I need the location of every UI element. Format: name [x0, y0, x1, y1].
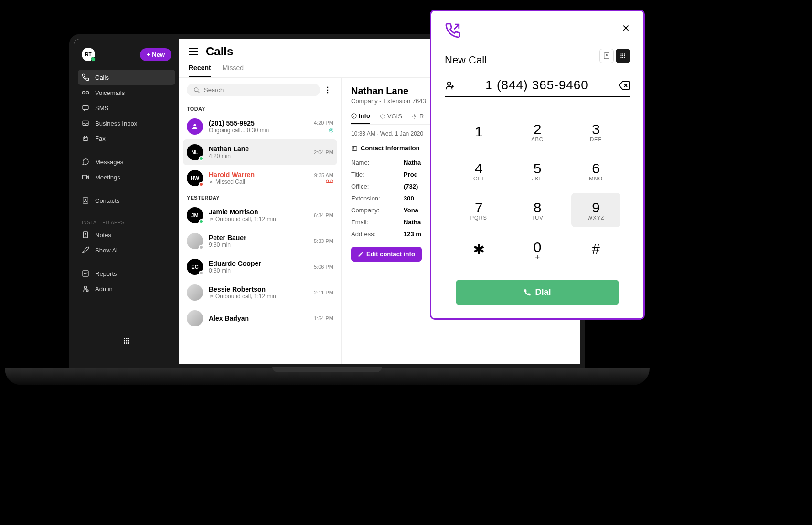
keypad-key-0[interactable]: 0+	[513, 232, 562, 266]
call-list: ⋮ TODAY(201) 555-9925Ongoing call... 0:3…	[179, 78, 342, 364]
sidebar-item-reports[interactable]: Reports	[74, 266, 179, 281]
svg-point-48	[624, 53, 625, 54]
more-icon[interactable]: ⋮	[324, 85, 333, 94]
keypad-key-✱[interactable]: ✱	[454, 232, 503, 266]
keypad-key-4[interactable]: 4GHI	[454, 154, 503, 188]
key-digit: 6	[592, 160, 600, 177]
svg-line-43	[454, 24, 459, 29]
field-value: Vona	[404, 207, 418, 214]
call-time: 9:35 AM	[314, 172, 333, 184]
edit-button-label: Edit contact info	[366, 251, 415, 258]
call-name: Harold Warren	[209, 171, 309, 178]
dialpad-toggle-icon[interactable]	[120, 334, 133, 347]
hamburger-icon[interactable]	[189, 48, 198, 55]
contact-card-icon	[351, 145, 358, 152]
svg-point-47	[622, 53, 623, 54]
dial-number[interactable]: 1 (844) 365-9460	[463, 78, 611, 93]
keypad-key-6[interactable]: 6MNO	[571, 154, 620, 188]
call-item[interactable]: ECEduardo Cooper0:30 min5:06 PM	[179, 254, 341, 280]
detail-tab-vgis[interactable]: VGIS	[380, 112, 402, 124]
sidebar-item-sms[interactable]: SMS	[74, 100, 179, 116]
field-label: Company:	[351, 207, 404, 214]
avatar	[187, 233, 203, 249]
tab-recent[interactable]: Recent	[189, 64, 211, 77]
tab-icon	[412, 114, 417, 119]
svg-point-19	[124, 338, 125, 339]
search-field[interactable]	[204, 86, 313, 94]
group-label: TODAY	[179, 102, 341, 114]
svg-point-1	[86, 91, 88, 94]
keypad-key-3[interactable]: 3DEF	[571, 115, 620, 149]
key-digit: 7	[475, 200, 483, 216]
call-item[interactable]: Bessie Robertson Outbound call, 1:12 min…	[179, 280, 341, 305]
call-item[interactable]: Peter Bauer9:30 min5:33 PM	[179, 228, 341, 254]
sidebar-item-messages[interactable]: Messages	[74, 154, 179, 169]
svg-point-23	[126, 340, 128, 342]
avatar	[187, 310, 203, 326]
call-name: (201) 555-9925	[209, 119, 308, 127]
svg-point-25	[124, 342, 125, 344]
sidebar-item-show-all[interactable]: Show All	[74, 242, 179, 258]
svg-point-27	[128, 342, 129, 344]
key-digit: 2	[534, 121, 542, 137]
field-label: Title:	[351, 171, 404, 178]
keypad-toggle[interactable]	[616, 49, 630, 63]
call-item[interactable]: NLNathan Lane4:20 min2:04 PM	[183, 139, 337, 165]
call-item[interactable]: JMJamie Morrison Outbound call, 1:12 min…	[179, 202, 341, 228]
keypad-key-7[interactable]: 7PQRS	[454, 193, 503, 227]
call-sub: Missed Call	[209, 178, 309, 185]
sidebar-item-admin[interactable]: Admin	[74, 281, 179, 296]
new-button[interactable]: + New	[140, 48, 171, 61]
sidebar-item-calls[interactable]: Calls	[78, 70, 175, 85]
call-item[interactable]: (201) 555-9925Ongoing call... 0:30 min4:…	[179, 114, 341, 139]
backspace-icon[interactable]	[619, 80, 630, 91]
sidebar-item-meetings[interactable]: Meetings	[74, 169, 179, 185]
search-input[interactable]	[187, 84, 320, 96]
svg-point-49	[620, 55, 621, 56]
call-sub: Outbound call, 1:12 min	[209, 216, 308, 222]
call-item[interactable]: Alex Badyan1:54 PM	[179, 305, 341, 331]
key-digit: 3	[592, 121, 600, 137]
detail-tab-info[interactable]: Info	[351, 112, 370, 124]
avatar: JM	[187, 207, 203, 223]
call-item[interactable]: HWHarold Warren Missed Call9:35 AM	[179, 165, 341, 191]
svg-point-31	[194, 87, 198, 91]
svg-point-0	[82, 91, 85, 94]
keypad-key-5[interactable]: 5JKL	[513, 154, 562, 188]
dial-button-label: Dial	[535, 287, 551, 297]
tab-icon	[380, 114, 385, 119]
contacts-icon	[82, 197, 89, 204]
call-sub: 0:30 min	[209, 267, 308, 274]
call-name: Alex Badyan	[209, 315, 308, 322]
keypad-key-#[interactable]: #	[571, 232, 620, 266]
dial-button[interactable]: Dial	[456, 280, 619, 305]
add-contact-icon[interactable]	[445, 80, 455, 91]
sidebar-item-voicemails[interactable]: Voicemails	[74, 85, 179, 100]
sidebar-item-notes[interactable]: Notes	[74, 227, 179, 242]
sidebar-label: Voicemails	[95, 89, 125, 96]
keypad-key-2[interactable]: 2ABC	[513, 115, 562, 149]
keypad-key-8[interactable]: 8TUV	[513, 193, 562, 227]
admin-icon	[82, 285, 89, 293]
sidebar-item-contacts[interactable]: Contacts	[74, 193, 179, 208]
svg-line-32	[198, 91, 200, 93]
close-icon[interactable]: ✕	[622, 22, 630, 34]
sidebar-label: SMS	[95, 105, 108, 112]
svg-rect-41	[352, 146, 357, 150]
tab-icon	[351, 113, 357, 119]
sidebar-label: Reports	[95, 270, 117, 277]
keypad-key-9[interactable]: 9WXYZ	[571, 193, 620, 227]
detail-tab-r[interactable]: R	[412, 112, 424, 124]
user-avatar[interactable]: RT	[82, 48, 95, 61]
sidebar-item-fax[interactable]: Fax	[74, 131, 179, 146]
svg-point-34	[326, 180, 329, 182]
tab-missed[interactable]: Missed	[223, 64, 244, 77]
call-sub: 4:20 min	[209, 153, 308, 159]
keypad-key-1[interactable]: 1	[454, 115, 503, 149]
key-digit: 9	[592, 200, 600, 216]
edit-contact-button[interactable]: Edit contact info	[351, 247, 422, 262]
svg-point-21	[128, 338, 129, 339]
contacts-toggle[interactable]	[599, 49, 614, 63]
key-digit: 8	[534, 200, 542, 216]
sidebar-item-business-inbox[interactable]: Business Inbox	[74, 116, 179, 131]
